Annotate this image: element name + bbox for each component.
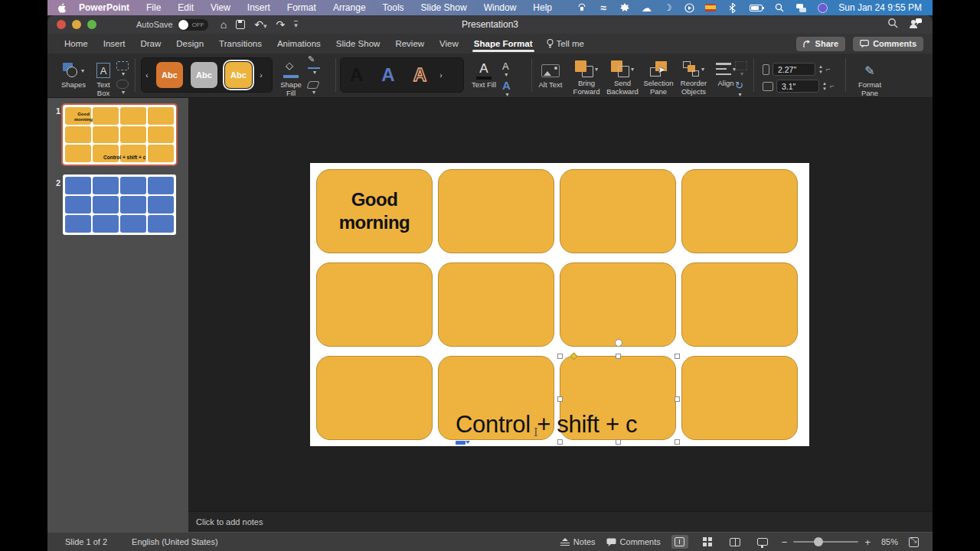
menu-bar-clock[interactable]: Sun Jan 24 9:55 PM [838, 2, 922, 13]
home-icon[interactable]: ⌂ [220, 18, 227, 31]
menu-item-view[interactable]: View [202, 0, 239, 15]
shape-r1c2[interactable] [438, 169, 554, 253]
shape-r3c1[interactable] [316, 356, 433, 440]
shapes-button[interactable]: ▾ Shapes [58, 60, 89, 90]
wordart-gallery-next-icon[interactable]: › [436, 71, 446, 80]
battery-icon[interactable] [748, 2, 763, 13]
menu-item-tools[interactable]: Tools [374, 0, 413, 15]
height-steppers[interactable]: ▲▼ [818, 64, 823, 74]
gallery-next-icon[interactable]: › [256, 71, 266, 80]
close-window-button[interactable] [57, 20, 66, 29]
selection-handle-n[interactable] [616, 354, 621, 359]
hotspot-icon[interactable] [577, 2, 587, 13]
play-circle-icon[interactable] [684, 2, 694, 13]
editing-text[interactable]: Control + shift + c [456, 411, 637, 439]
tab-view[interactable]: View [432, 34, 466, 53]
shape-width-field[interactable]: 3.1" ▲▼ ⌐ [763, 80, 835, 93]
slide-2-thumbnail[interactable] [63, 174, 176, 235]
share-button[interactable]: Share [796, 37, 846, 51]
shape-fill-button[interactable]: Shape Fill [276, 60, 306, 98]
apple-menu-icon[interactable] [57, 2, 67, 13]
text-effects-button[interactable]: A▾ [502, 80, 511, 98]
slideshow-view-button[interactable] [754, 535, 771, 549]
autocorrect-options-widget[interactable] [456, 441, 466, 445]
zoom-out-button[interactable]: − [782, 536, 788, 548]
bluetooth-icon[interactable] [727, 2, 737, 13]
selection-handle-e[interactable] [675, 396, 680, 402]
shape-r2c4[interactable] [681, 262, 798, 347]
tab-draw[interactable]: Draw [132, 34, 168, 53]
group-objects-button[interactable]: ▾ [735, 61, 747, 77]
tab-home[interactable]: Home [57, 34, 96, 53]
moon-icon[interactable]: ☽ [662, 2, 673, 13]
customize-toolbar-icon[interactable]: ▾ [294, 21, 298, 29]
text-box-button[interactable]: A Text Box [90, 60, 116, 98]
shape-r1c3[interactable] [560, 169, 676, 253]
menu-item-slide-show[interactable]: Slide Show [413, 0, 475, 15]
presenter-coaching-icon[interactable] [909, 18, 922, 32]
spain-flag-icon[interactable] [705, 2, 716, 13]
comments-button[interactable]: Comments [853, 37, 923, 51]
tab-design[interactable]: Design [168, 34, 211, 53]
menu-item-help[interactable]: Help [524, 0, 560, 15]
format-pane-button[interactable]: ✎ Format Pane [853, 60, 887, 98]
zoom-in-button[interactable]: + [864, 536, 871, 548]
waves-icon[interactable]: ≈ [598, 2, 609, 13]
undo-icon[interactable]: ↶▾ [254, 18, 266, 31]
shape-style-swatch-orange[interactable]: Abc [156, 62, 183, 88]
selection-handle-w[interactable] [557, 396, 563, 402]
menu-item-window[interactable]: Window [475, 0, 525, 15]
reading-view-button[interactable] [727, 535, 743, 549]
shape-r2c2[interactable] [438, 262, 554, 347]
save-icon[interactable] [236, 20, 245, 29]
zoom-window-button[interactable] [87, 20, 96, 29]
tab-slide-show[interactable]: Slide Show [328, 34, 388, 53]
fit-slide-to-window-icon[interactable] [909, 537, 919, 547]
slide-canvas[interactable]: Good morning Control + shift + c I [310, 163, 809, 446]
text-fill-button[interactable]: A Text Fill [469, 60, 499, 90]
tab-insert[interactable]: Insert [96, 34, 133, 53]
tab-transitions[interactable]: Transitions [211, 34, 270, 53]
search-icon[interactable] [887, 18, 898, 31]
shape-r2c3[interactable] [560, 262, 676, 347]
wordart-black[interactable]: A [350, 66, 363, 84]
windows-icon[interactable] [795, 2, 806, 13]
autosave-toggle[interactable]: OFF [178, 19, 208, 31]
height-value[interactable]: 2.27" [773, 63, 815, 76]
menu-item-edit[interactable]: Edit [169, 0, 202, 15]
menu-item-format[interactable]: Format [279, 0, 325, 15]
merge-shapes-button[interactable]: ▾ [116, 80, 129, 96]
selection-handle-se[interactable] [675, 439, 680, 445]
shape-r2c1[interactable] [316, 262, 433, 347]
good-morning-text[interactable]: Good morning [316, 169, 433, 253]
cloud-icon[interactable]: ☁ [641, 2, 652, 13]
selection-handle-nw[interactable] [557, 354, 563, 359]
language-label[interactable]: English (United States) [132, 537, 218, 546]
wordart-blue[interactable]: A [381, 66, 394, 84]
edit-shape-button[interactable]: ▾ [116, 61, 129, 77]
shape-style-swatch-gray[interactable]: Abc [191, 62, 217, 88]
slide-count-label[interactable]: Slide 1 of 2 [65, 537, 107, 546]
shape-height-field[interactable]: 2.27" ▲▼ ⌐ [763, 63, 831, 76]
width-steppers[interactable]: ▲▼ [822, 81, 827, 91]
selection-handle-sw[interactable] [557, 439, 563, 445]
tell-me-button[interactable]: Tell me [541, 39, 590, 49]
shape-r3c4[interactable] [681, 356, 798, 440]
assistant-icon[interactable] [817, 2, 828, 13]
zoom-slider[interactable] [793, 541, 858, 543]
menu-item-file[interactable]: File [138, 0, 169, 15]
zoom-percent-label[interactable]: 85% [881, 537, 898, 546]
tab-animations[interactable]: Animations [270, 34, 328, 53]
redo-icon[interactable]: ↷ [276, 18, 285, 31]
rotate-handle[interactable] [615, 339, 622, 347]
tab-shape-format[interactable]: Shape Format [466, 34, 541, 53]
menu-item-powerpoint[interactable]: PowerPoint [70, 0, 138, 15]
alt-text-button[interactable]: Alt Text [537, 60, 564, 90]
menu-item-arrange[interactable]: Arrange [325, 0, 374, 15]
shape-r1c4[interactable] [681, 169, 798, 253]
notes-toggle-button[interactable]: Notes [560, 537, 596, 546]
tab-review[interactable]: Review [387, 34, 432, 53]
normal-view-button[interactable] [671, 535, 688, 549]
selection-handle-ne[interactable] [675, 354, 680, 359]
antivirus-icon[interactable] [619, 2, 630, 13]
